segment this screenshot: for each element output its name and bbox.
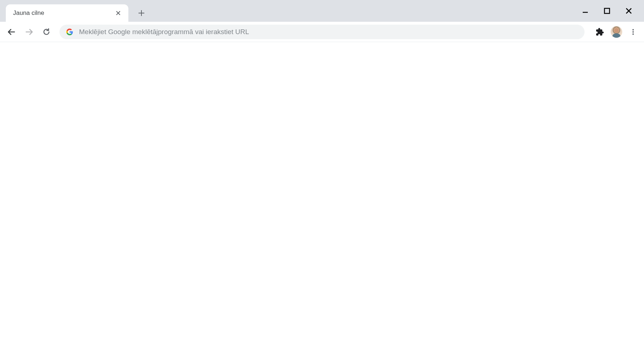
extensions-icon — [595, 28, 604, 36]
svg-point-2 — [632, 31, 634, 33]
tab-close-button[interactable] — [113, 8, 123, 18]
address-bar[interactable] — [59, 25, 585, 39]
reload-button[interactable] — [39, 25, 54, 39]
plus-icon — [138, 10, 145, 16]
toolbar-right — [590, 25, 640, 38]
svg-point-3 — [632, 33, 634, 35]
menu-button[interactable] — [627, 25, 640, 38]
close-icon — [625, 7, 632, 15]
extensions-button[interactable] — [593, 25, 606, 38]
svg-rect-0 — [604, 8, 610, 13]
back-button[interactable] — [4, 25, 19, 39]
address-input[interactable] — [79, 28, 578, 36]
new-tab-button[interactable] — [134, 6, 149, 20]
tab-strip: Jauna cilne — [0, 0, 644, 22]
close-icon — [115, 10, 121, 16]
svg-point-1 — [632, 29, 634, 30]
back-arrow-icon — [7, 28, 16, 36]
minimize-button[interactable] — [579, 4, 592, 17]
forward-arrow-icon — [25, 28, 33, 36]
content-area — [0, 42, 644, 352]
tab-title: Jauna cilne — [13, 9, 113, 17]
close-window-button[interactable] — [622, 4, 635, 17]
maximize-icon — [604, 8, 610, 14]
browser-tab[interactable]: Jauna cilne — [6, 4, 128, 22]
reload-icon — [42, 28, 51, 36]
profile-avatar[interactable] — [611, 26, 622, 38]
maximize-button[interactable] — [600, 4, 614, 17]
forward-button[interactable] — [22, 25, 36, 39]
toolbar — [0, 22, 644, 42]
window-controls — [579, 0, 641, 22]
minimize-icon — [582, 7, 589, 15]
google-icon — [66, 28, 73, 36]
more-vertical-icon — [629, 28, 637, 36]
